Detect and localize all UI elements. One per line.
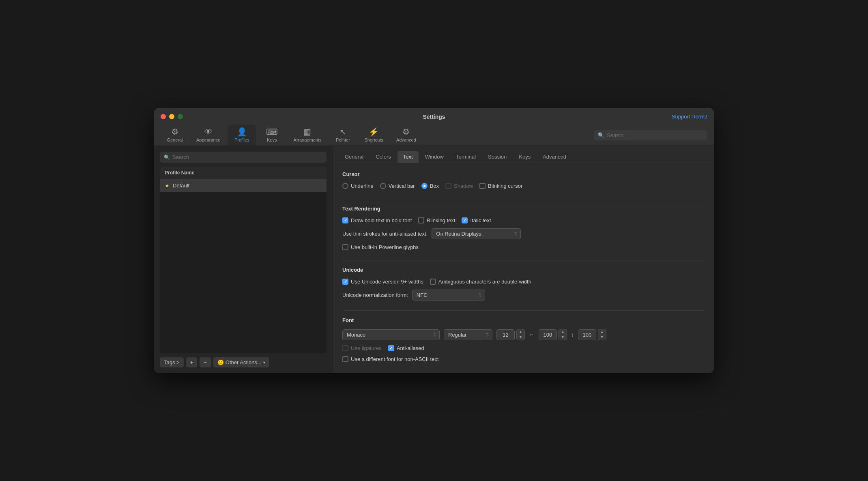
ambiguous-label: Ambiguous characters are double-width bbox=[438, 279, 531, 285]
other-actions-emoji: 🙂 bbox=[217, 359, 224, 365]
font-size-value[interactable]: 12 bbox=[496, 329, 515, 340]
vertical-spacing-up[interactable]: ▲ bbox=[598, 329, 606, 335]
cursor-underline-radio[interactable] bbox=[342, 183, 348, 189]
toolbar-appearance[interactable]: 👁 Appearance bbox=[191, 125, 226, 146]
tags-button[interactable]: Tags > bbox=[160, 357, 184, 367]
bold-font-option[interactable]: Draw bold text in bold font bbox=[342, 217, 412, 223]
settings-window: Settings Support iTerm2 ⚙ General 👁 Appe… bbox=[154, 108, 714, 373]
vertical-spacing-value[interactable]: 100 bbox=[578, 329, 596, 340]
unicode-version-checkbox[interactable] bbox=[342, 279, 348, 285]
different-font-label: Use a different font for non-ASCII text bbox=[351, 356, 439, 362]
powerline-option[interactable]: Use built-in Powerline glyphs bbox=[342, 244, 419, 250]
cursor-vertical-bar[interactable]: Vertical bar bbox=[380, 183, 415, 189]
profile-name-column: Profile Name bbox=[165, 170, 194, 176]
cursor-blinking-checkbox[interactable] bbox=[479, 183, 486, 189]
profile-list-header: Profile Name bbox=[160, 167, 327, 179]
powerline-checkbox[interactable] bbox=[342, 244, 348, 250]
cursor-box-label: Box bbox=[430, 183, 439, 189]
vertical-spacing-down[interactable]: ▼ bbox=[598, 335, 606, 340]
tab-advanced[interactable]: Advanced bbox=[537, 151, 572, 163]
toolbar-profiles[interactable]: 👤 Profiles bbox=[228, 125, 256, 146]
italic-text-option[interactable]: Italic text bbox=[462, 217, 491, 223]
ambiguous-checkbox[interactable] bbox=[430, 279, 436, 285]
blinking-text-option[interactable]: Blinking text bbox=[418, 217, 455, 223]
profile-default[interactable]: ★ Default bbox=[160, 179, 327, 192]
bold-font-checkbox[interactable] bbox=[342, 217, 348, 223]
toolbar-arrangements[interactable]: ▦ Arrangements bbox=[288, 125, 327, 146]
thin-strokes-select[interactable]: On Retina Displays Always Never On Non-R… bbox=[432, 228, 521, 239]
font-size-stepper: 12 ▲ ▼ bbox=[496, 329, 525, 340]
ligatures-label: Use ligatures bbox=[351, 345, 382, 351]
cursor-shadow-label: Shadow bbox=[454, 183, 473, 189]
other-actions-chevron: ▾ bbox=[263, 360, 265, 365]
divider-2 bbox=[342, 260, 704, 260]
normalization-select[interactable]: NFC NFD NFKC NFKD None bbox=[412, 290, 485, 301]
tab-keys[interactable]: Keys bbox=[513, 151, 536, 163]
font-style-select[interactable]: Regular Bold Italic Bold Italic bbox=[444, 329, 492, 340]
search-input[interactable] bbox=[607, 132, 703, 138]
sidebar: 🔍 Profile Name ★ Default Tags > + − 🙂 Ot… bbox=[154, 146, 333, 373]
cursor-options-row: Underline Vertical bar Box Shadow bbox=[342, 183, 704, 189]
cursor-shadow[interactable]: Shadow bbox=[445, 183, 473, 189]
sidebar-search-icon: 🔍 bbox=[164, 155, 170, 160]
font-section-title: Font bbox=[342, 317, 704, 323]
unicode-version-option[interactable]: Use Unicode version 9+ widths bbox=[342, 279, 423, 285]
other-actions-button[interactable]: 🙂 Other Actions... ▾ bbox=[213, 357, 269, 367]
cursor-vertical-bar-radio[interactable] bbox=[380, 183, 386, 189]
font-style-wrapper: Regular Bold Italic Bold Italic ⌃ bbox=[444, 329, 492, 340]
font-name-wrapper: Monaco ⌃ bbox=[342, 329, 440, 340]
minimize-button[interactable] bbox=[169, 114, 174, 119]
cursor-box[interactable]: Box bbox=[421, 183, 439, 189]
normalization-row: Unicode normalization form: NFC NFD NFKC… bbox=[342, 290, 704, 301]
different-font-checkbox[interactable] bbox=[342, 356, 348, 362]
shortcuts-icon: ⚡ bbox=[369, 128, 379, 136]
italic-text-checkbox[interactable] bbox=[462, 217, 468, 223]
font-name-select[interactable]: Monaco bbox=[342, 329, 440, 340]
tab-general[interactable]: General bbox=[339, 151, 369, 163]
ligatures-option[interactable]: Use ligatures bbox=[342, 345, 382, 351]
anti-aliased-checkbox[interactable] bbox=[388, 345, 394, 351]
cursor-shadow-checkbox[interactable] bbox=[445, 183, 451, 189]
window-title: Settings bbox=[423, 114, 445, 120]
horizontal-spacing-up[interactable]: ▲ bbox=[559, 329, 567, 335]
tab-session[interactable]: Session bbox=[482, 151, 512, 163]
sidebar-search-input[interactable] bbox=[172, 154, 322, 160]
horizontal-spacing-value[interactable]: 100 bbox=[539, 329, 557, 340]
toolbar-keys[interactable]: ⌨ Keys bbox=[258, 125, 286, 146]
different-font-option[interactable]: Use a different font for non-ASCII text bbox=[342, 356, 439, 362]
text-rendering-row1: Draw bold text in bold font Blinking tex… bbox=[342, 217, 704, 223]
tab-terminal[interactable]: Terminal bbox=[450, 151, 481, 163]
thin-strokes-select-wrapper: On Retina Displays Always Never On Non-R… bbox=[432, 228, 521, 239]
maximize-button[interactable] bbox=[178, 114, 183, 119]
tab-window[interactable]: Window bbox=[419, 151, 449, 163]
toolbar-pointer[interactable]: ↖ Pointer bbox=[329, 125, 357, 146]
blinking-text-checkbox[interactable] bbox=[418, 217, 424, 223]
powerline-row: Use built-in Powerline glyphs bbox=[342, 244, 704, 250]
blinking-text-label: Blinking text bbox=[427, 217, 455, 223]
ambiguous-option[interactable]: Ambiguous characters are double-width bbox=[430, 279, 531, 285]
cursor-blinking[interactable]: Blinking cursor bbox=[479, 183, 522, 189]
toolbar-search-bar[interactable]: 🔍 bbox=[594, 130, 707, 140]
font-size-down[interactable]: ▼ bbox=[517, 335, 524, 340]
thin-strokes-label: Use thin strokes for anti-aliased text: bbox=[342, 231, 428, 237]
tab-colors[interactable]: Colors bbox=[370, 151, 397, 163]
close-button[interactable] bbox=[161, 114, 166, 119]
cursor-underline[interactable]: Underline bbox=[342, 183, 374, 189]
content-area: 🔍 Profile Name ★ Default Tags > + − 🙂 Ot… bbox=[154, 146, 714, 373]
unicode-section: Unicode Use Unicode version 9+ widths Am… bbox=[342, 267, 704, 301]
horizontal-spacing-down[interactable]: ▼ bbox=[559, 335, 567, 340]
remove-profile-button[interactable]: − bbox=[200, 357, 211, 367]
add-profile-button[interactable]: + bbox=[186, 357, 198, 367]
anti-aliased-option[interactable]: Anti-aliased bbox=[388, 345, 424, 351]
cursor-box-radio[interactable] bbox=[421, 183, 428, 189]
toolbar: ⚙ General 👁 Appearance 👤 Profiles ⌨ Keys… bbox=[161, 125, 707, 146]
ligatures-checkbox[interactable] bbox=[342, 345, 348, 351]
font-size-up[interactable]: ▲ bbox=[517, 329, 524, 335]
toolbar-general[interactable]: ⚙ General bbox=[161, 125, 189, 146]
toolbar-advanced[interactable]: ⚙ Advanced bbox=[391, 125, 422, 146]
support-link[interactable]: Support iTerm2 bbox=[672, 114, 707, 120]
toolbar-arrangements-label: Arrangements bbox=[293, 137, 321, 142]
toolbar-shortcuts[interactable]: ⚡ Shortcuts bbox=[359, 125, 389, 146]
sidebar-search-bar[interactable]: 🔍 bbox=[160, 152, 327, 163]
tab-text[interactable]: Text bbox=[397, 151, 419, 163]
